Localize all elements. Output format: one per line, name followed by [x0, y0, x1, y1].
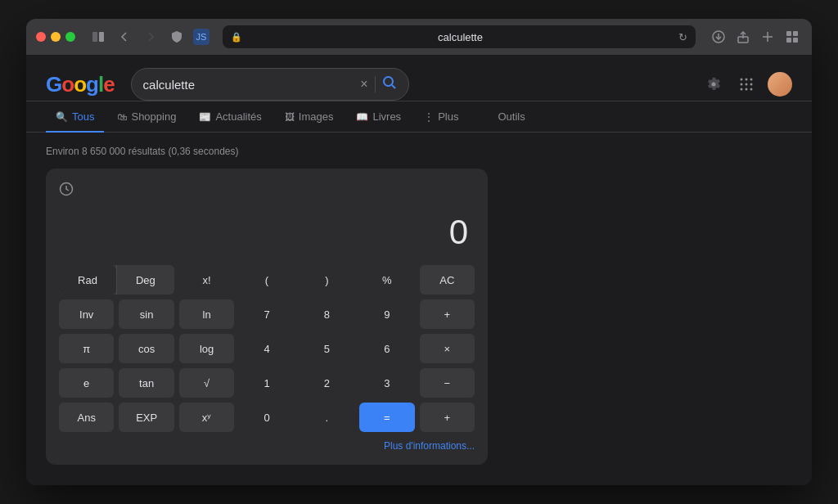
- actualites-tab-label: Actualités: [215, 110, 261, 123]
- extension-icon[interactable]: JS: [193, 29, 210, 45]
- close-paren-button[interactable]: ): [300, 265, 354, 295]
- avatar[interactable]: [768, 72, 792, 97]
- sqrt-button[interactable]: √: [179, 368, 234, 398]
- svg-point-18: [746, 83, 748, 86]
- svg-point-19: [750, 83, 753, 86]
- svg-line-13: [392, 85, 395, 88]
- lock-icon: 🔒: [231, 32, 242, 43]
- google-header: Google calculette ×: [26, 55, 812, 101]
- url-bar: https://www.calculette.com ▾: [26, 478, 812, 485]
- six-button[interactable]: 6: [359, 334, 414, 363]
- inv-button[interactable]: Inv: [59, 299, 114, 329]
- power-button[interactable]: xʸ: [179, 403, 234, 432]
- eight-button[interactable]: 8: [300, 299, 354, 329]
- sidebar-toggle-icon[interactable]: [88, 27, 108, 47]
- one-button[interactable]: 1: [239, 368, 294, 398]
- equals-button[interactable]: =: [359, 403, 414, 432]
- search-submit-icon[interactable]: [382, 75, 397, 93]
- four-button[interactable]: 4: [239, 334, 294, 363]
- apps-icon[interactable]: [735, 73, 758, 96]
- sin-button[interactable]: sin: [119, 299, 173, 329]
- multiply-button[interactable]: ×: [420, 334, 475, 363]
- share-icon[interactable]: [733, 27, 753, 47]
- open-paren-button[interactable]: (: [239, 265, 294, 295]
- browser-window: JS 🔒 calculette ↻: [26, 19, 812, 485]
- ans-button[interactable]: Ans: [59, 403, 114, 432]
- settings-icon[interactable]: [702, 73, 725, 96]
- pi-button[interactable]: π: [59, 334, 114, 363]
- three-button[interactable]: 3: [359, 368, 414, 398]
- svg-point-14: [741, 79, 743, 81]
- zero-button[interactable]: 0: [239, 403, 294, 432]
- calculator-widget: 0 Rad Deg x! ( ) % AC Inv sin: [46, 169, 488, 465]
- close-button[interactable]: [36, 32, 46, 42]
- seven-button[interactable]: 7: [239, 299, 294, 329]
- livres-tab-label: Livres: [372, 110, 401, 123]
- tab-plus[interactable]: ⋮ Plus: [414, 102, 468, 133]
- add-button[interactable]: +: [420, 299, 475, 329]
- tan-button[interactable]: tan: [119, 368, 173, 398]
- tab-tous[interactable]: 🔍 Tous: [46, 102, 104, 133]
- tab-actualites[interactable]: 📰 Actualités: [189, 102, 271, 133]
- search-bar[interactable]: calculette ×: [131, 68, 409, 101]
- titlebar-right: [709, 27, 802, 47]
- address-bar[interactable]: 🔒 calculette ↻: [223, 25, 696, 48]
- tab-livres[interactable]: 📖 Livres: [346, 102, 411, 133]
- calc-buttons: Rad Deg x! ( ) % AC Inv sin ln 7 8 9: [59, 265, 475, 432]
- forward-button[interactable]: [141, 27, 160, 47]
- history-icon[interactable]: [59, 182, 475, 200]
- tab-images[interactable]: 🖼 Images: [275, 102, 344, 133]
- subtract-button[interactable]: −: [420, 368, 475, 398]
- e-button[interactable]: e: [59, 368, 114, 398]
- svg-point-20: [741, 88, 743, 91]
- two-button[interactable]: 2: [300, 368, 354, 398]
- traffic-lights: [36, 32, 75, 42]
- svg-rect-1: [99, 32, 104, 42]
- tab-shopping[interactable]: 🛍 Shopping: [107, 102, 186, 133]
- back-button[interactable]: [115, 27, 134, 47]
- actualites-tab-icon: 📰: [199, 111, 211, 123]
- maximize-button[interactable]: [65, 32, 75, 42]
- log-button[interactable]: log: [179, 334, 234, 363]
- images-tab-label: Images: [299, 110, 334, 123]
- more-info-link[interactable]: Plus d'informations...: [59, 440, 475, 452]
- five-button[interactable]: 5: [300, 334, 354, 363]
- plus-tab-label: Plus: [438, 110, 458, 123]
- plus2-button[interactable]: +: [420, 403, 475, 432]
- svg-rect-9: [793, 31, 798, 36]
- exp-button[interactable]: EXP: [119, 403, 173, 432]
- address-text: calculette: [247, 31, 674, 43]
- images-tab-icon: 🖼: [285, 111, 295, 123]
- rad-deg-group: Rad Deg: [59, 265, 174, 295]
- nine-button[interactable]: 9: [359, 299, 414, 329]
- cos-button[interactable]: cos: [119, 334, 173, 363]
- percent-button[interactable]: %: [359, 265, 414, 295]
- deg-button[interactable]: Deg: [117, 265, 174, 295]
- ln-button[interactable]: ln: [179, 299, 234, 329]
- google-logo: Google: [46, 72, 115, 97]
- svg-rect-10: [786, 38, 791, 43]
- svg-point-15: [746, 79, 748, 81]
- tous-tab-icon: 🔍: [56, 111, 68, 123]
- shopping-tab-label: Shopping: [131, 110, 176, 123]
- browser-content: Google calculette ×: [26, 55, 812, 485]
- tabs-grid-icon[interactable]: [782, 27, 802, 47]
- new-tab-icon[interactable]: [758, 27, 777, 47]
- rad-button[interactable]: Rad: [59, 265, 116, 295]
- refresh-icon[interactable]: ↻: [678, 31, 687, 43]
- download-icon[interactable]: [709, 27, 728, 47]
- clear-search-icon[interactable]: ×: [360, 77, 367, 92]
- main-content: Environ 8 650 000 résultats (0,36 second…: [26, 133, 812, 478]
- svg-point-12: [384, 77, 393, 86]
- nav-tabs: 🔍 Tous 🛍 Shopping 📰 Actualités 🖼 Images …: [26, 101, 812, 133]
- svg-point-17: [741, 83, 743, 86]
- outils-button[interactable]: Outils: [488, 102, 534, 131]
- search-input[interactable]: calculette: [143, 78, 354, 92]
- ac-button[interactable]: AC: [420, 265, 475, 295]
- factorial-button[interactable]: x!: [179, 265, 234, 295]
- decimal-button[interactable]: .: [300, 403, 354, 432]
- results-count: Environ 8 650 000 résultats (0,36 second…: [46, 146, 792, 157]
- minimize-button[interactable]: [51, 32, 61, 42]
- plus-tab-icon: ⋮: [424, 111, 434, 123]
- title-bar: JS 🔒 calculette ↻: [26, 19, 812, 55]
